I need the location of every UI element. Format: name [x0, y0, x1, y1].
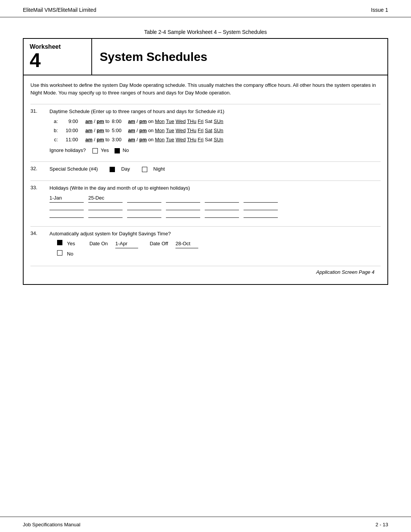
- holiday-1-6: [244, 194, 278, 203]
- holiday-1-1: 1-Jan: [49, 194, 84, 203]
- sched-label-b: b:: [49, 126, 61, 135]
- app-screen-text: Application Screen Page 4: [316, 269, 374, 275]
- worksheet-box: Worksheet 4 System Schedules Use this wo…: [23, 38, 388, 285]
- holiday-2-5: [205, 204, 239, 210]
- ignore-holidays-row: Ignore holidays? Yes No: [49, 146, 381, 155]
- yes34-label: Yes: [67, 240, 75, 248]
- sched-label-c: c:: [49, 136, 61, 144]
- sched-time-c-from: 11:00: [61, 136, 78, 144]
- day-checkbox-filled[interactable]: [110, 167, 115, 172]
- item-32: 32. Special Schedule (#4) Day Night: [30, 161, 381, 176]
- footer-left: Job Specifications Manual: [23, 522, 80, 527]
- item-34-number: 34.: [30, 230, 49, 259]
- item-34-no-row: No: [57, 250, 381, 258]
- am-pm-b: am / pm to: [85, 126, 110, 135]
- item-33-number: 33.: [30, 184, 49, 219]
- item-33-title: Holidays (Write in the day and month of …: [49, 184, 381, 192]
- item-34: 34. Automatically adjust system for Dayl…: [30, 226, 381, 262]
- item-31-number: 31.: [30, 107, 49, 155]
- date-off-value: 28-Oct: [175, 240, 198, 248]
- holiday-1-4: [166, 194, 200, 203]
- date-on-value: 1-Apr: [115, 240, 138, 248]
- sched-days-c: am / pm on Mon Tue Wed THu Fri Sat SUn: [125, 136, 223, 144]
- ignore-holidays-label: Ignore holidays?: [49, 147, 86, 153]
- worksheet-header: Worksheet 4 System Schedules: [24, 39, 387, 75]
- worksheet-title-cell: System Schedules: [92, 39, 387, 75]
- item-33-content: Holidays (Write in the day and month of …: [49, 184, 381, 219]
- item-32-content: Special Schedule (#4) Day Night: [49, 165, 381, 173]
- item-34-yes-row: Yes Date On 1-Apr Date Off 28-Oct: [57, 240, 381, 248]
- sched-time-a-from: 9:00: [61, 117, 78, 126]
- app-screen-line: Application Screen Page 4: [30, 266, 381, 278]
- holiday-3-6: [244, 212, 278, 218]
- am-pm-c: am / pm to: [85, 136, 110, 144]
- main-content: Table 2-4 Sample Worksheet 4 – System Sc…: [0, 18, 411, 532]
- holiday-3-2: [88, 212, 123, 218]
- worksheet-number: 4: [30, 50, 85, 70]
- holiday-2-1: [49, 204, 84, 210]
- holiday-row-2: [49, 204, 381, 210]
- sched-days-b: am / pm on Mon Tue Wed THu Fri Sat SUn: [125, 126, 223, 135]
- header-right: Issue 1: [371, 7, 388, 13]
- schedule-row-a: a: 9:00 am / pm to 8:00 am / pm on Mon T…: [49, 117, 381, 126]
- no34-label: No: [67, 250, 73, 258]
- item-31-title: Daytime Schedule (Enter up to three rang…: [49, 107, 381, 116]
- header-left: EliteMail VMS/EliteMail Limited: [23, 7, 96, 13]
- holiday-2-2: [88, 204, 123, 210]
- yes34-checkbox-filled[interactable]: [57, 240, 62, 245]
- day-label: Day: [121, 165, 130, 173]
- night-label: Night: [153, 165, 165, 173]
- sched-label-a: a:: [49, 117, 61, 126]
- special-sched-title: Special Schedule (#4): [49, 165, 98, 173]
- holiday-1-3: [127, 194, 161, 203]
- item-33: 33. Holidays (Write in the day and month…: [30, 181, 381, 222]
- page-footer: Job Specifications Manual 2 - 13: [0, 516, 411, 532]
- holiday-2-3: [127, 204, 161, 210]
- holiday-3-3: [127, 212, 161, 218]
- table-caption: Table 2-4 Sample Worksheet 4 – System Sc…: [23, 29, 388, 35]
- worksheet-number-cell: Worksheet 4: [24, 39, 92, 75]
- date-off-label: Date Off: [150, 240, 168, 248]
- item-32-number: 32.: [30, 165, 49, 173]
- schedule-row-c: c: 11:00 am / pm to 3:00 am / pm on Mon …: [49, 136, 381, 144]
- sched-time-b-from: 10:00: [61, 126, 78, 135]
- page-header: EliteMail VMS/EliteMail Limited Issue 1: [0, 0, 411, 18]
- holiday-row-3: [49, 212, 381, 218]
- no-label: No: [123, 147, 129, 153]
- page-container: EliteMail VMS/EliteMail Limited Issue 1 …: [0, 0, 411, 532]
- item-31-content: Daytime Schedule (Enter up to three rang…: [49, 107, 381, 155]
- special-sched-row: Special Schedule (#4) Day Night: [49, 165, 381, 173]
- sched-time-b-to: 5:00: [112, 126, 121, 135]
- yes-label: Yes: [101, 147, 109, 153]
- holiday-3-4: [166, 212, 200, 218]
- holiday-3-1: [49, 212, 84, 218]
- sched-time-c-to: 3:00: [112, 136, 121, 144]
- description-text: Use this worksheet to define the system …: [30, 81, 381, 96]
- item-34-title: Automatically adjust system for Daylight…: [49, 230, 381, 238]
- holiday-row-1: 1-Jan 25-Dec: [49, 194, 381, 203]
- worksheet-content: Use this worksheet to define the system …: [24, 75, 387, 284]
- no34-checkbox[interactable]: [57, 250, 62, 256]
- holiday-3-5: [205, 212, 239, 218]
- date-on-label: Date On: [89, 240, 108, 248]
- holiday-1-2: 25-Dec: [88, 194, 123, 203]
- holiday-2-6: [244, 204, 278, 210]
- sched-time-a-to: 8:00: [112, 117, 121, 126]
- holiday-2-4: [166, 204, 200, 210]
- item-34-content: Automatically adjust system for Daylight…: [49, 230, 381, 259]
- night-checkbox[interactable]: [142, 167, 147, 172]
- sched-days-a: am / pm on Mon Tue Wed THu Fri Sat SUn: [125, 117, 223, 126]
- no-checkbox-filled[interactable]: [115, 148, 120, 153]
- item-31: 31. Daytime Schedule (Enter up to three …: [30, 104, 381, 158]
- holiday-1-5: [205, 194, 239, 203]
- am-pm-a: am / pm to: [85, 117, 110, 126]
- schedule-row-b: b: 10:00 am / pm to 5:00 am / pm on Mon …: [49, 126, 381, 135]
- worksheet-title: System Schedules: [100, 50, 207, 64]
- footer-right: 2 - 13: [376, 522, 388, 527]
- yes-checkbox[interactable]: [92, 148, 98, 153]
